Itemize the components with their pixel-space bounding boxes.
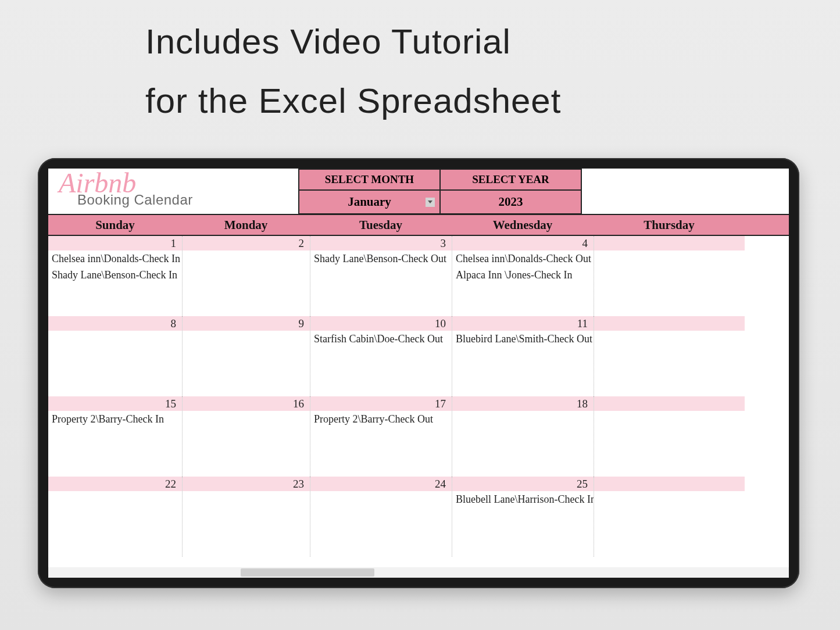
day-number [594,316,745,331]
day-header: Thursday [594,215,745,235]
day-number [594,477,745,491]
day-number: 17 [310,396,452,411]
headline-line2: for the Excel Spreadsheet [145,77,782,126]
logo-script: Airbnb [59,172,292,194]
month-selector-label: SELECT MONTH [298,169,440,191]
booking-event: Chelsea inn\Donalds-Check In [48,250,182,267]
day-header: Tuesday [310,215,452,235]
day-header: Sunday [48,215,182,235]
calendar-cell[interactable]: 15Property 2\Barry-Check In [48,396,182,477]
calendar-cell[interactable]: 3Shady Lane\Benson-Check Out [310,236,452,316]
month-value-text: January [348,195,391,209]
dropdown-icon[interactable] [426,198,435,207]
booking-event: Property 2\Barry-Check Out [310,411,452,427]
day-number: 11 [452,316,594,331]
logo-subtitle: Booking Calendar [77,192,292,208]
calendar-cell[interactable]: 1Chelsea inn\Donalds-Check InShady Lane\… [48,236,182,316]
calendar-cell[interactable]: 24 [310,477,452,557]
day-number: 10 [310,316,452,331]
calendar-cell[interactable]: 16 [182,396,310,477]
day-number: 3 [310,236,452,250]
calendar-cell[interactable]: 22 [48,477,182,557]
day-header: Monday [182,215,310,235]
calendar-week: 22232425Bluebell Lane\Harrison-Check In [48,477,789,557]
booking-event: Bluebell Lane\Harrison-Check In [452,491,594,507]
headline: Includes Video Tutorial for the Excel Sp… [145,17,782,126]
year-selector-label: SELECT YEAR [440,169,582,191]
calendar-cell[interactable]: 2 [182,236,310,316]
calendar-cell[interactable]: 10Starfish Cabin\Doe-Check Out [310,316,452,396]
calendar-cell[interactable]: 8 [48,316,182,396]
day-number: 24 [310,477,452,491]
scrollbar-track[interactable] [48,567,789,578]
day-number: 8 [48,316,182,331]
day-number: 15 [48,396,182,411]
calendar-week: 8910Starfish Cabin\Doe-Check Out11Bluebi… [48,316,789,396]
day-number: 16 [183,396,310,411]
day-number: 1 [48,236,182,250]
calendar-cell[interactable]: 4Chelsea inn\Donalds-Check OutAlpaca Inn… [452,236,594,316]
horizontal-scrollbar[interactable] [48,567,789,578]
month-selector-value[interactable]: January [298,191,440,214]
booking-event: Chelsea inn\Donalds-Check Out [452,250,594,267]
calendar-cell[interactable] [594,396,745,477]
day-number: 4 [452,236,594,250]
year-selector: SELECT YEAR 2023 [440,169,582,214]
day-number: 18 [452,396,594,411]
day-number [594,236,745,250]
spreadsheet-screen: Airbnb Booking Calendar SELECT MONTH Jan… [48,169,789,578]
booking-event: Shady Lane\Benson-Check Out [310,250,452,267]
calendar-cell[interactable]: 25Bluebell Lane\Harrison-Check In [452,477,594,557]
calendar-cell[interactable] [594,477,745,557]
day-number: 23 [183,477,310,491]
calendar-cell[interactable] [594,316,745,396]
day-number [594,396,745,411]
day-number: 25 [452,477,594,491]
booking-event: Property 2\Barry-Check In [48,411,182,427]
calendar-week: 15Property 2\Barry-Check In1617Property … [48,396,789,477]
calendar-cell[interactable]: 17Property 2\Barry-Check Out [310,396,452,477]
day-number: 22 [48,477,182,491]
calendar-cell[interactable] [594,236,745,316]
day-header-row: Sunday Monday Tuesday Wednesday Thursday [48,214,789,236]
headline-line1: Includes Video Tutorial [145,17,782,66]
calendar-cell[interactable]: 23 [182,477,310,557]
month-selector: SELECT MONTH January [298,169,440,214]
selectors: SELECT MONTH January SELECT YEAR 2023 [298,169,582,214]
top-row: Airbnb Booking Calendar SELECT MONTH Jan… [48,169,789,214]
booking-event: Starfish Cabin\Doe-Check Out [310,331,452,347]
booking-event: Shady Lane\Benson-Check In [48,267,182,283]
calendar-week: 1Chelsea inn\Donalds-Check InShady Lane\… [48,236,789,316]
calendar-cell[interactable]: 18 [452,396,594,477]
day-header: Wednesday [452,215,594,235]
monitor-frame: Airbnb Booking Calendar SELECT MONTH Jan… [38,158,799,588]
day-number: 9 [183,316,310,331]
calendar-logo: Airbnb Booking Calendar [48,169,298,214]
scrollbar-thumb[interactable] [241,568,374,577]
day-number: 2 [183,236,310,250]
booking-event: Alpaca Inn \Jones-Check In [452,267,594,283]
calendar-cell[interactable]: 9 [182,316,310,396]
year-value-text: 2023 [499,195,523,209]
calendar-cell[interactable]: 11Bluebird Lane\Smith-Check Out [452,316,594,396]
year-selector-value[interactable]: 2023 [440,191,582,214]
calendar-body: 1Chelsea inn\Donalds-Check InShady Lane\… [48,236,789,557]
booking-event: Bluebird Lane\Smith-Check Out [452,331,594,347]
